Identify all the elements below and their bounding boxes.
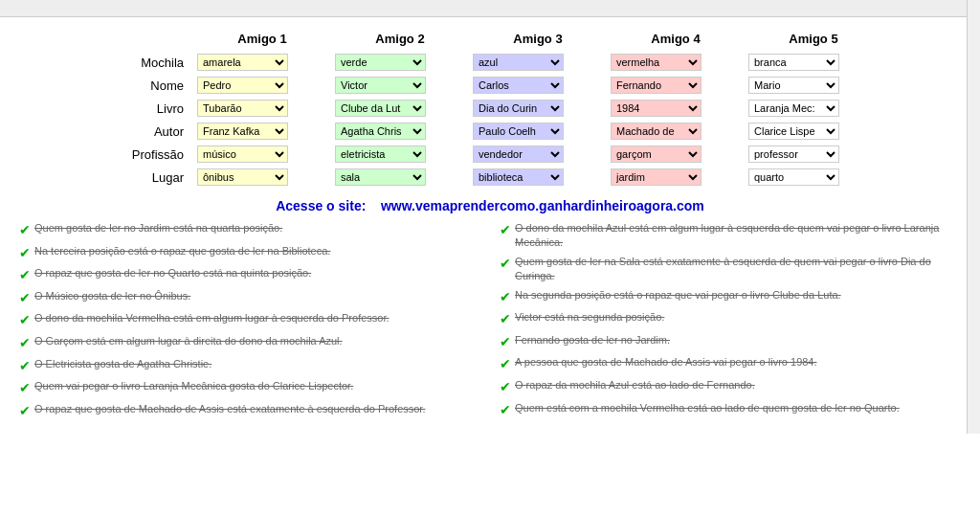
select-livro-amigo4[interactable]: 1984 bbox=[611, 100, 702, 117]
cell-1-3: Fernando bbox=[607, 74, 745, 97]
clues-right: ✔O dono da mochila Azul está em algum lu… bbox=[500, 221, 961, 424]
select-profissão-amigo2[interactable]: eletricista bbox=[335, 146, 426, 163]
select-livro-amigo1[interactable]: Tubarão bbox=[197, 100, 288, 117]
cell-4-0: músico bbox=[193, 143, 331, 166]
clue-text: Quem está com a mochila Vermelha está ao… bbox=[515, 401, 900, 415]
clue-text: Na terceira posição está o rapaz que gos… bbox=[34, 244, 330, 258]
list-item: ✔O dono da mochila Azul está em algum lu… bbox=[500, 221, 961, 251]
row-label-nome: Nome bbox=[98, 74, 193, 97]
select-profissão-amigo3[interactable]: vendedor bbox=[473, 146, 564, 163]
cell-4-1: eletricista bbox=[331, 143, 469, 166]
cell-5-0: ônibus bbox=[193, 166, 331, 189]
cell-3-4: Clarice Lispe bbox=[745, 120, 882, 143]
select-mochila-amigo2[interactable]: verde bbox=[335, 54, 426, 71]
select-profissão-amigo1[interactable]: músico bbox=[197, 146, 288, 163]
check-icon: ✔ bbox=[19, 266, 31, 285]
list-item: ✔Na segunda posição está o rapaz que vai… bbox=[500, 288, 961, 307]
clue-text: Quem vai pegar o livro Laranja Mecânica … bbox=[34, 379, 353, 393]
promo-url[interactable]: www.vemaprendercomo.ganhardinheiroagora.… bbox=[381, 198, 704, 213]
list-item: ✔Quem vai pegar o livro Laranja Mecânica… bbox=[19, 379, 480, 398]
clue-text: Fernando gosta de ler no Jardim. bbox=[515, 333, 670, 347]
row-label-autor: Autor bbox=[98, 120, 193, 143]
select-lugar-amigo5[interactable]: quarto bbox=[748, 168, 839, 186]
cell-5-3: jardim bbox=[607, 166, 745, 189]
cell-2-2: Dia do Curin bbox=[469, 97, 607, 120]
col-header-amigo3: Amigo 3 bbox=[469, 27, 607, 51]
select-autor-amigo3[interactable]: Paulo Coelh bbox=[473, 123, 564, 140]
clue-text: O Eletricista gosta de Agatha Christie. bbox=[34, 357, 212, 371]
select-autor-amigo5[interactable]: Clarice Lispe bbox=[748, 123, 839, 140]
select-mochila-amigo5[interactable]: branca bbox=[748, 54, 839, 71]
check-icon: ✔ bbox=[500, 310, 511, 329]
clue-text: O rapaz que gosta de Machado de Assis es… bbox=[34, 402, 425, 416]
puzzle-grid: Amigo 1 Amigo 2 Amigo 3 Amigo 4 Amigo 5 … bbox=[98, 27, 882, 189]
cell-2-0: Tubarão bbox=[193, 97, 331, 120]
select-lugar-amigo2[interactable]: sala bbox=[335, 168, 426, 186]
check-icon: ✔ bbox=[500, 401, 511, 420]
clue-text: O Garçom está em algum lugar à direita d… bbox=[34, 334, 343, 348]
col-header-amigo4: Amigo 4 bbox=[607, 27, 745, 51]
select-nome-amigo2[interactable]: Victor bbox=[335, 77, 426, 94]
select-nome-amigo3[interactable]: Carlos bbox=[473, 77, 564, 94]
clue-text: A pessoa que gosta de Machado de Assis v… bbox=[515, 355, 817, 369]
select-livro-amigo2[interactable]: Clube da Lut bbox=[335, 100, 426, 117]
select-profissão-amigo4[interactable]: garçom bbox=[611, 146, 702, 163]
clues-section: ✔Quem gosta de ler no Jardim está na qua… bbox=[10, 221, 970, 424]
cell-0-1: verde bbox=[331, 51, 469, 74]
row-label-lugar: Lugar bbox=[98, 166, 193, 189]
col-header-amigo5: Amigo 5 bbox=[745, 27, 882, 51]
clue-text: O Músico gosta de ler no Ônibus. bbox=[34, 289, 190, 303]
label-spacer bbox=[98, 27, 193, 51]
cell-1-0: Pedro bbox=[193, 74, 331, 97]
check-icon: ✔ bbox=[19, 357, 31, 376]
cell-1-2: Carlos bbox=[469, 74, 607, 97]
select-mochila-amigo1[interactable]: amarela bbox=[197, 54, 288, 71]
select-livro-amigo5[interactable]: Laranja Mec: bbox=[748, 100, 839, 117]
select-autor-amigo2[interactable]: Agatha Chris bbox=[335, 123, 426, 140]
check-icon: ✔ bbox=[500, 255, 511, 274]
cell-1-1: Victor bbox=[331, 74, 469, 97]
row-label-profissão: Profissão bbox=[98, 143, 193, 166]
list-item: ✔O rapaz da mochila Azul está ao lado de… bbox=[500, 378, 961, 397]
cell-2-3: 1984 bbox=[607, 97, 745, 120]
list-item: ✔Quem está com a mochila Vermelha está a… bbox=[500, 401, 961, 420]
select-autor-amigo4[interactable]: Machado de bbox=[611, 123, 702, 140]
row-label-livro: Livro bbox=[98, 97, 193, 120]
select-lugar-amigo3[interactable]: biblioteca bbox=[473, 168, 564, 186]
clue-text: O rapaz da mochila Azul está ao lado de … bbox=[515, 378, 755, 392]
select-nome-amigo4[interactable]: Fernando bbox=[611, 77, 702, 94]
list-item: ✔O Eletricista gosta de Agatha Christie. bbox=[19, 357, 480, 376]
cell-3-3: Machado de bbox=[607, 120, 745, 143]
row-label-mochila: Mochila bbox=[98, 51, 193, 74]
select-mochila-amigo3[interactable]: azul bbox=[473, 54, 564, 71]
cell-5-1: sala bbox=[331, 166, 469, 189]
check-icon: ✔ bbox=[19, 244, 31, 263]
select-autor-amigo1[interactable]: Franz Kafka bbox=[197, 123, 288, 140]
select-lugar-amigo1[interactable]: ônibus bbox=[197, 168, 288, 186]
clue-text: O dono da mochila Azul está em algum lug… bbox=[515, 221, 961, 251]
clue-text: O rapaz que gosta de ler no Quarto está … bbox=[34, 266, 311, 280]
check-icon: ✔ bbox=[500, 355, 511, 374]
list-item: ✔Na terceira posição está o rapaz que go… bbox=[19, 244, 480, 263]
select-nome-amigo1[interactable]: Pedro bbox=[197, 77, 288, 94]
header-bar bbox=[0, 0, 980, 17]
scrollbar[interactable] bbox=[967, 0, 980, 434]
select-profissão-amigo5[interactable]: professor bbox=[748, 146, 839, 163]
cell-2-4: Laranja Mec: bbox=[745, 97, 882, 120]
check-icon: ✔ bbox=[500, 221, 511, 240]
clue-text: Na segunda posição está o rapaz que vai … bbox=[515, 288, 841, 302]
select-nome-amigo5[interactable]: Mario bbox=[748, 77, 839, 94]
cell-4-2: vendedor bbox=[469, 143, 607, 166]
cell-2-1: Clube da Lut bbox=[331, 97, 469, 120]
cell-5-4: quarto bbox=[745, 166, 882, 189]
select-livro-amigo3[interactable]: Dia do Curin bbox=[473, 100, 564, 117]
check-icon: ✔ bbox=[19, 379, 31, 398]
select-lugar-amigo4[interactable]: jardim bbox=[611, 168, 702, 186]
cell-4-3: garçom bbox=[607, 143, 745, 166]
list-item: ✔O Garçom está em algum lugar à direita … bbox=[19, 334, 480, 353]
select-mochila-amigo4[interactable]: vermelha bbox=[611, 54, 702, 71]
cell-3-2: Paulo Coelh bbox=[469, 120, 607, 143]
clue-text: Quem gosta de ler na Sala está exatament… bbox=[515, 255, 961, 284]
cell-4-4: professor bbox=[745, 143, 882, 166]
check-icon: ✔ bbox=[19, 334, 31, 353]
